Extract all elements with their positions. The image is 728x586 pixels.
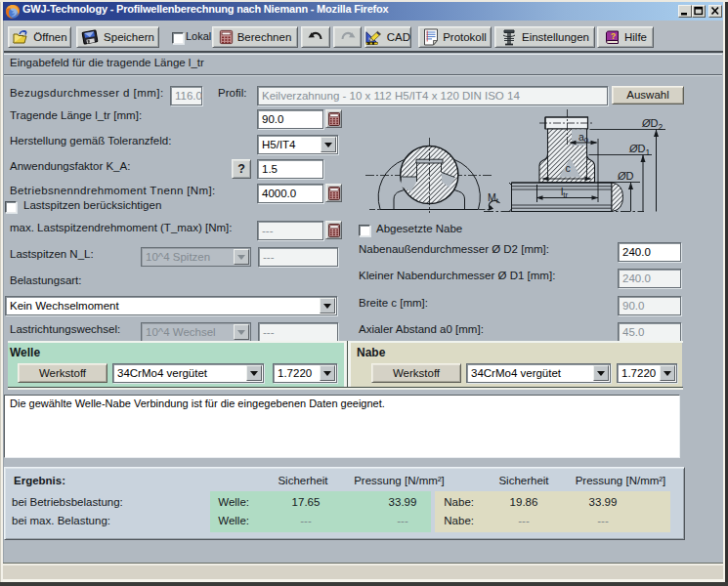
- svg-text:D: D: [626, 170, 634, 182]
- svg-text:c: c: [566, 162, 571, 174]
- svg-text:a0: a0: [578, 131, 589, 145]
- svg-text:?: ?: [611, 30, 616, 40]
